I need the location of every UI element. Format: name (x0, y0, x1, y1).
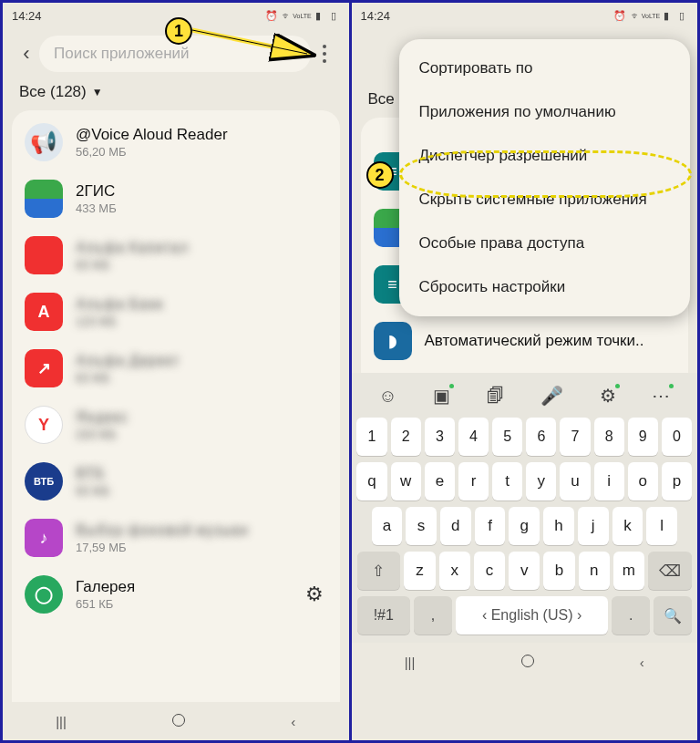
signal-icon: ▮ (312, 9, 324, 22)
list-item[interactable]: ВТБ ВТБ 90 МБ (12, 453, 340, 510)
key-g[interactable]: g (509, 507, 540, 545)
list-item[interactable]: Альфа Капитал 80 МБ (12, 227, 340, 284)
key-7[interactable]: 7 (560, 418, 590, 456)
app-name: Альфа Капитал (76, 239, 327, 257)
key-x[interactable]: x (439, 552, 470, 590)
key-search[interactable]: 🔍 (654, 596, 692, 635)
list-item[interactable]: 📢 @Voice Aloud Reader 56,20 МБ (12, 114, 340, 170)
filter-label: Все (128) (19, 83, 87, 101)
signal-icon: ▮ (660, 9, 673, 22)
key-shift[interactable]: ⇧ (357, 552, 401, 590)
app-size: 80 МБ (76, 258, 327, 272)
key-symbols[interactable]: !#1 (357, 596, 411, 635)
annotation-badge-2: 2 (366, 161, 394, 189)
key-n[interactable]: n (579, 552, 610, 590)
key-c[interactable]: c (474, 552, 505, 590)
key-j[interactable]: j (578, 507, 609, 545)
key-w[interactable]: w (391, 462, 421, 500)
app-icon: А (25, 293, 63, 331)
list-item[interactable]: Y Яндекс 200 МБ (12, 397, 340, 453)
key-6[interactable]: 6 (526, 418, 556, 456)
app-size: 56,20 МБ (76, 145, 327, 159)
alarm-icon: ⏰ (265, 9, 278, 22)
status-bar: 14:24 ⏰ ᯤ VoLTE ▮ ▯ (352, 3, 698, 28)
key-5[interactable]: 5 (492, 418, 522, 456)
key-d[interactable]: d (440, 507, 471, 545)
key-a[interactable]: a (372, 507, 403, 545)
key-s[interactable]: s (406, 507, 437, 545)
list-item[interactable]: 2ГИС 433 МБ (12, 170, 340, 227)
gear-icon[interactable]: ⚙ (600, 385, 616, 407)
app-name: Выбор фоновой музыки (76, 521, 327, 540)
mic-icon[interactable]: 🎤 (540, 385, 563, 407)
menu-sort-by[interactable]: Сортировать по (399, 46, 691, 90)
key-3[interactable]: 3 (425, 418, 455, 456)
vol-icon: VoLTE (644, 9, 657, 22)
app-size: 433 МБ (76, 201, 327, 215)
app-size: 60 МБ (76, 371, 327, 385)
keyboard: ☺ ▣ 🗐 🎤 ⚙ ⋯ 1 2 3 4 5 6 7 8 9 0 q (352, 373, 698, 643)
list-item[interactable]: ◗ Автоматический режим точки.. (361, 313, 689, 369)
emoji-icon[interactable]: ☺ (378, 386, 396, 407)
app-name: Альфа Директ (76, 352, 327, 370)
sticker-icon[interactable]: ▣ (433, 385, 450, 407)
wifi-icon: ᯤ (629, 9, 642, 22)
list-item[interactable]: ♪ Выбор фоновой музыки 17,59 МБ (12, 510, 340, 566)
list-item[interactable]: ◯ Галерея 651 КБ ⚙ (12, 566, 340, 623)
menu-default-apps[interactable]: Приложения по умолчанию (399, 90, 691, 134)
key-i[interactable]: i (594, 462, 624, 500)
key-b[interactable]: b (543, 552, 574, 590)
app-icon: ♪ (25, 519, 63, 557)
nav-bar: ||| ‹ (352, 643, 698, 681)
key-2[interactable]: 2 (391, 418, 421, 456)
key-4[interactable]: 4 (458, 418, 489, 456)
key-u[interactable]: u (560, 462, 590, 500)
key-z[interactable]: z (404, 552, 435, 590)
key-8[interactable]: 8 (594, 418, 624, 456)
key-e[interactable]: e (425, 462, 455, 500)
app-list[interactable]: 📢 @Voice Aloud Reader 56,20 МБ 2ГИС 433 … (12, 110, 340, 702)
key-m[interactable]: m (613, 552, 644, 590)
nav-recents[interactable]: ||| (405, 655, 416, 670)
key-q[interactable]: q (356, 462, 386, 500)
menu-special-access[interactable]: Особые права доступа (399, 222, 691, 265)
app-size: 200 МБ (76, 428, 327, 441)
key-1[interactable]: 1 (356, 418, 386, 456)
key-p[interactable]: p (662, 462, 692, 500)
key-l[interactable]: l (646, 507, 677, 545)
phone-left: 1 14:24 ⏰ ᯤ VoLTE ▮ ▯ ‹ Поиск приложений… (2, 2, 350, 741)
nav-back[interactable]: ‹ (291, 714, 295, 729)
key-backspace[interactable]: ⌫ (648, 552, 692, 590)
key-period[interactable]: . (612, 596, 650, 635)
filter-dropdown[interactable]: Все (128) ▼ (3, 77, 349, 110)
key-comma[interactable]: , (414, 596, 452, 635)
key-9[interactable]: 9 (628, 418, 658, 456)
app-name: Альфа Банк (76, 295, 327, 314)
status-time: 14:24 (12, 9, 42, 23)
app-icon (25, 180, 63, 218)
nav-home[interactable] (172, 714, 185, 729)
key-t[interactable]: t (492, 462, 522, 500)
list-item[interactable]: ↗ Альфа Директ 60 МБ (12, 340, 340, 397)
menu-reset-settings[interactable]: Сбросить настройки (399, 265, 691, 309)
key-r[interactable]: r (458, 462, 489, 500)
nav-back[interactable]: ‹ (640, 655, 644, 670)
nav-recents[interactable]: ||| (56, 714, 67, 729)
key-h[interactable]: h (543, 507, 574, 545)
more-icon[interactable]: ⋯ (652, 385, 670, 407)
list-item[interactable]: А Альфа Банк 120 МБ (12, 284, 340, 340)
nav-home[interactable] (521, 655, 534, 670)
key-0[interactable]: 0 (662, 418, 692, 456)
app-icon: ВТБ (25, 462, 63, 500)
key-k[interactable]: k (612, 507, 643, 545)
app-icon: ↗ (25, 349, 63, 387)
back-button[interactable]: ‹ (14, 37, 39, 70)
key-space[interactable]: ‹ English (US) › (456, 596, 608, 635)
key-v[interactable]: v (509, 552, 540, 590)
status-time: 14:24 (361, 9, 391, 23)
clip-icon[interactable]: 🗐 (487, 386, 505, 407)
key-y[interactable]: y (526, 462, 556, 500)
key-o[interactable]: o (628, 462, 658, 500)
gear-icon[interactable]: ⚙ (302, 582, 327, 607)
key-f[interactable]: f (475, 507, 506, 545)
